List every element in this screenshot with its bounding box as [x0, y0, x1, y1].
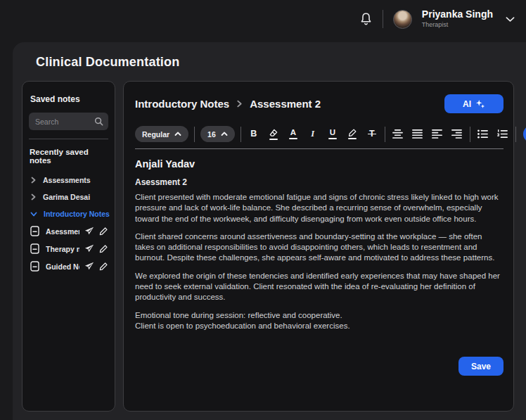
- note-paragraph: Emotional tone during session: reflectiv…: [135, 310, 503, 332]
- toolbar-separator: [385, 127, 385, 142]
- note-item-asessment[interactable]: Asessmen...: [29, 222, 108, 240]
- text-color-icon: A: [289, 129, 297, 140]
- toolbar-separator: [240, 127, 241, 142]
- topbar-divider: [383, 10, 383, 28]
- formatting-toolbar: Regular 16 B A: [135, 125, 503, 143]
- numbered-list-button[interactable]: [496, 127, 510, 142]
- client-name: Anjali Yadav: [135, 158, 503, 170]
- folder-label: Introductory Notes: [44, 210, 110, 218]
- text-color-button[interactable]: A: [286, 127, 300, 142]
- chevron-right-icon: [30, 177, 37, 184]
- chevron-right-icon: [236, 100, 243, 108]
- edit-note-button[interactable]: [99, 227, 108, 236]
- toolbar-separator: [470, 127, 470, 142]
- chevron-right-icon: [30, 193, 37, 201]
- note-label: Asessmen...: [46, 227, 79, 236]
- document-icon: [30, 243, 39, 254]
- folder-label: Garima Desai: [43, 193, 90, 201]
- pen-annotate-button[interactable]: [345, 127, 359, 142]
- note-item-therapy[interactable]: Therapy n...: [29, 240, 108, 257]
- search-box: [29, 113, 108, 130]
- note-paragraph: We explored the origin of these tendenci…: [135, 271, 503, 303]
- breadcrumb-item-assessment-2[interactable]: Assessment 2: [250, 98, 321, 110]
- font-style-dropdown[interactable]: Regular: [135, 126, 188, 142]
- strikethrough-icon: T: [369, 129, 375, 139]
- main-panel: Clinical Documentation Saved notes Recen…: [13, 42, 526, 420]
- send-icon: [84, 244, 94, 253]
- editor-card: Introductory Notes Assessment 2 AI: [123, 81, 514, 412]
- bullet-list-icon: [477, 129, 488, 139]
- font-size-dropdown[interactable]: 16: [200, 126, 235, 142]
- recent-notes-title: Recently saved notes: [30, 148, 108, 165]
- toolbar-separator: [194, 127, 195, 142]
- align-right-icon: [451, 129, 462, 139]
- toolbar-separator: [515, 127, 516, 142]
- breadcrumb: Introductory Notes Assessment 2: [135, 98, 321, 110]
- folder-label: Assessments: [43, 176, 91, 184]
- sidebar-item-introductory-notes[interactable]: Introductory Notes: [29, 205, 108, 222]
- upload-notes-button[interactable]: Upload notes: [523, 125, 526, 143]
- bell-icon: [359, 12, 373, 26]
- chevron-down-icon: [506, 16, 515, 23]
- numbered-list-icon: [497, 129, 508, 139]
- pencil-icon: [99, 227, 108, 236]
- sidebar-item-garima-desai[interactable]: Garima Desai: [29, 189, 108, 205]
- user-role: Therapist: [422, 22, 493, 29]
- avatar[interactable]: [393, 10, 412, 29]
- highlight-color-button[interactable]: [267, 127, 281, 142]
- topbar: Priyanka Singh Therapist: [0, 0, 526, 38]
- user-info: Priyanka Singh Therapist: [422, 9, 493, 28]
- send-icon: [84, 262, 94, 271]
- align-left-icon: [432, 129, 442, 139]
- user-menu-button[interactable]: [506, 16, 515, 23]
- chevron-up-icon: [174, 132, 181, 136]
- underline-icon: U: [328, 129, 337, 140]
- pen-icon: [348, 129, 357, 139]
- align-justify-icon: [412, 129, 423, 139]
- send-note-button[interactable]: [84, 262, 94, 271]
- underline-button[interactable]: U: [326, 127, 340, 142]
- user-name: Priyanka Singh: [422, 9, 493, 20]
- italic-button[interactable]: I: [306, 127, 320, 142]
- sidebar-title: Saved notes: [30, 94, 108, 104]
- note-paragraph: Client presented with moderate emotional…: [135, 192, 503, 224]
- page-title: Clinical Documentation: [36, 55, 514, 70]
- send-note-button[interactable]: [84, 244, 94, 253]
- bold-button[interactable]: B: [247, 127, 261, 142]
- edit-note-button[interactable]: [99, 262, 108, 271]
- align-justify-button[interactable]: [411, 127, 425, 142]
- chevron-down-icon: [30, 211, 37, 217]
- pencil-icon: [99, 244, 108, 253]
- send-note-button[interactable]: [84, 227, 94, 236]
- breadcrumb-item-introductory-notes[interactable]: Introductory Notes: [135, 98, 229, 110]
- italic-icon: I: [311, 129, 314, 139]
- edit-note-button[interactable]: [99, 244, 108, 253]
- bold-icon: B: [250, 129, 257, 139]
- align-right-button[interactable]: [450, 127, 464, 142]
- saved-notes-sidebar: Saved notes Recently saved notes Assessm…: [22, 81, 115, 412]
- notifications-button[interactable]: [359, 12, 373, 26]
- note-editor-body[interactable]: Anjali Yadav Asessment 2 Client presente…: [135, 149, 503, 404]
- document-icon: [30, 226, 39, 236]
- note-label: Therapy n...: [46, 245, 79, 253]
- note-item-guided[interactable]: Guided No...: [29, 257, 108, 275]
- highlight-icon: [269, 129, 278, 140]
- align-center-button[interactable]: [391, 127, 405, 142]
- save-button[interactable]: Save: [458, 357, 503, 376]
- sidebar-item-assessments[interactable]: Assessments: [29, 172, 108, 189]
- align-left-button[interactable]: [430, 127, 444, 142]
- sidebar-divider: [29, 139, 108, 139]
- sparkles-icon: [475, 99, 485, 109]
- bullet-list-button[interactable]: [476, 127, 490, 142]
- chevron-up-icon: [221, 132, 228, 136]
- note-paragraph: Client shared concerns around assertiven…: [135, 231, 503, 264]
- document-icon: [30, 261, 39, 272]
- ai-button[interactable]: AI: [444, 94, 503, 113]
- pencil-icon: [99, 262, 108, 271]
- search-icon: [94, 117, 103, 126]
- note-subtitle: Asessment 2: [135, 177, 503, 187]
- note-label: Guided No...: [46, 262, 79, 271]
- strikethrough-button[interactable]: T: [365, 127, 379, 142]
- align-center-icon: [392, 129, 403, 139]
- send-icon: [84, 227, 94, 236]
